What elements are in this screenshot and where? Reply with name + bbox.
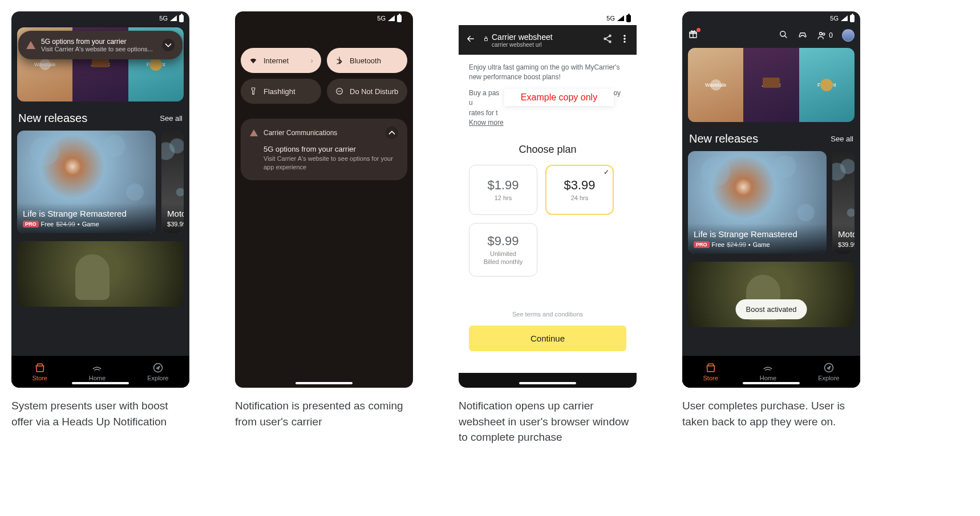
nav-explore[interactable]: Explore	[818, 362, 839, 381]
free-label: Free	[41, 221, 54, 227]
pro-badge: PRO	[23, 221, 39, 227]
share-button[interactable]	[602, 34, 613, 46]
gift-button[interactable]	[688, 29, 698, 42]
qs-internet[interactable]: Internet ›	[241, 48, 321, 73]
hun-title: 5G options from your carrier	[41, 38, 156, 46]
more-button[interactable]	[619, 34, 630, 46]
gesture-pill[interactable]	[295, 382, 353, 384]
plan-option-3[interactable]: $9.99 Unlimited Billed monthly	[469, 223, 537, 277]
status-bar: 5G	[682, 11, 860, 25]
dot-separator: •	[78, 221, 80, 227]
nav-home-label: Home	[89, 375, 106, 381]
category-label: Game	[753, 241, 770, 248]
phone-4-return: 5G 0	[682, 11, 860, 388]
banner-tile-2: Jackbox	[743, 48, 799, 122]
continue-button[interactable]: Continue	[469, 326, 626, 351]
know-more-link[interactable]: Know more	[469, 119, 504, 127]
plan-option-1[interactable]: $1.99 12 hrs	[469, 165, 537, 215]
battery-icon	[626, 15, 631, 22]
plan-option-2-selected[interactable]: $3.99 24 hrs	[545, 165, 614, 215]
hun-expand-button[interactable]	[162, 39, 175, 51]
game-card-title: Life is Strange Remastered	[23, 209, 150, 218]
game-card-main[interactable]: Life is Strange Remastered PRO Free $24.…	[688, 151, 827, 254]
status-bar: 5G	[11, 11, 189, 25]
nav-home-label: Home	[760, 375, 776, 381]
dot-separator: •	[748, 241, 751, 248]
notification-card[interactable]: Carrier Communications 5G options from y…	[241, 119, 407, 180]
battery-icon	[179, 15, 184, 22]
nav-home[interactable]: Home	[89, 362, 106, 381]
qs-internet-label: Internet	[264, 56, 289, 65]
friends-button[interactable]: 0	[817, 30, 833, 40]
caption-3: Notification opens up carrier websheet i…	[459, 398, 637, 445]
nav-store[interactable]: Store	[33, 362, 47, 381]
nav-home[interactable]: Home	[760, 362, 776, 381]
network-label: 5G	[606, 15, 615, 22]
notif-body-text: Visit Carrier A's website to see options…	[264, 155, 398, 172]
nav-explore-label: Explore	[147, 375, 168, 381]
caption-2: Notification is presented as coming from…	[235, 398, 413, 429]
svg-point-8	[624, 41, 625, 42]
controller-button[interactable]	[797, 29, 808, 42]
hun-subtitle: Visit Carrier A's website to see options…	[41, 46, 156, 52]
signal-icon	[388, 15, 395, 21]
section-title: New releases	[689, 132, 758, 145]
game-card-title: Life is Strange Remastered	[694, 229, 821, 239]
plan3-price: $9.99	[487, 234, 519, 249]
side-card-title: Moto	[167, 209, 178, 218]
stadia-icon	[91, 362, 103, 373]
battery-icon	[850, 15, 855, 22]
notif-title: 5G options from your carrier	[264, 145, 398, 153]
flashlight-icon	[249, 87, 258, 96]
qs-dnd[interactable]: Do Not Disturb	[327, 79, 407, 104]
side-card-price: $39.99	[838, 241, 855, 248]
plan2-price: $3.99	[564, 178, 595, 193]
orig-price: $24.99	[727, 241, 746, 248]
gesture-pill[interactable]	[743, 382, 800, 384]
qs-flashlight-label: Flashlight	[264, 87, 295, 96]
search-button[interactable]	[778, 29, 788, 42]
qs-flashlight[interactable]: Flashlight	[241, 79, 321, 104]
compass-icon	[152, 362, 164, 373]
signal-icon	[841, 15, 848, 21]
controller-icon	[797, 29, 808, 39]
nav-bar-area	[459, 373, 637, 388]
signal-icon	[617, 15, 624, 21]
free-label: Free	[712, 241, 725, 248]
see-all-link[interactable]: See all	[160, 114, 183, 123]
qs-bluetooth[interactable]: Bluetooth	[327, 48, 407, 73]
search-icon	[778, 29, 788, 39]
qs-dnd-label: Do Not Disturb	[350, 87, 398, 96]
plan3-duration: Unlimited Billed monthly	[484, 250, 523, 266]
toast-boost-activated: Boost activated	[736, 299, 807, 319]
status-bar: 5G	[241, 11, 407, 25]
chevron-up-icon	[386, 127, 398, 139]
network-label: 5G	[377, 15, 386, 22]
friends-count: 0	[829, 31, 833, 39]
plan1-price: $1.99	[487, 178, 519, 193]
nav-explore[interactable]: Explore	[147, 362, 168, 381]
page-url: carrier websheet url	[492, 42, 596, 48]
promo-banner[interactable]: Wavetale Jackbox Figment	[688, 48, 855, 122]
hun-text: 5G options from your carrier Visit Carri…	[41, 38, 156, 52]
carrier-triangle-icon	[250, 129, 258, 136]
gesture-pill[interactable]	[519, 382, 576, 384]
heads-up-notification[interactable]: 5G options from your carrier Visit Carri…	[18, 31, 183, 59]
browser-toolbar: Carrier websheet carrier websheet url	[459, 25, 637, 55]
compass-icon	[823, 362, 835, 373]
see-all-link[interactable]: See all	[831, 135, 853, 143]
game-card-side[interactable]: Moto $39.99	[161, 131, 184, 233]
hero-card-2[interactable]	[17, 241, 184, 307]
terms-link[interactable]: See terms and conditions	[469, 311, 626, 318]
notif-collapse-button[interactable]	[386, 127, 398, 139]
nav-store[interactable]: Store	[703, 362, 718, 381]
game-card-main[interactable]: Life is Strange Remastered PRO Free $24.…	[17, 131, 156, 233]
back-button[interactable]	[465, 34, 476, 46]
avatar[interactable]	[842, 29, 855, 42]
store-topbar: 0	[682, 25, 860, 46]
caption-4: User completes purchase. User is taken b…	[682, 398, 860, 429]
game-card-side[interactable]: Moto $39.99	[832, 151, 855, 254]
gesture-pill[interactable]	[72, 382, 129, 384]
phone-2-shade: 5G Internet › Bluetooth Flashlight	[235, 11, 413, 388]
phone-3-websheet: 5G Carrier websheet carrier websheet url	[459, 11, 637, 388]
